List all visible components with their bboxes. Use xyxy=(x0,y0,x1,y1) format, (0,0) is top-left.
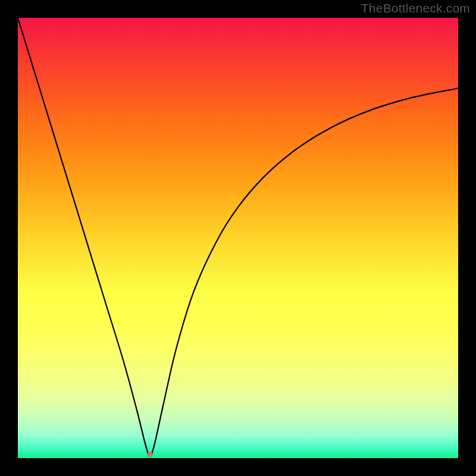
watermark-text: TheBottleneck.com xyxy=(361,1,470,15)
bottleneck-curve xyxy=(18,18,458,456)
curve-svg xyxy=(18,18,458,458)
chart-frame: TheBottleneck.com xyxy=(0,0,476,476)
plot-area xyxy=(18,18,458,458)
minimum-marker xyxy=(147,452,153,457)
